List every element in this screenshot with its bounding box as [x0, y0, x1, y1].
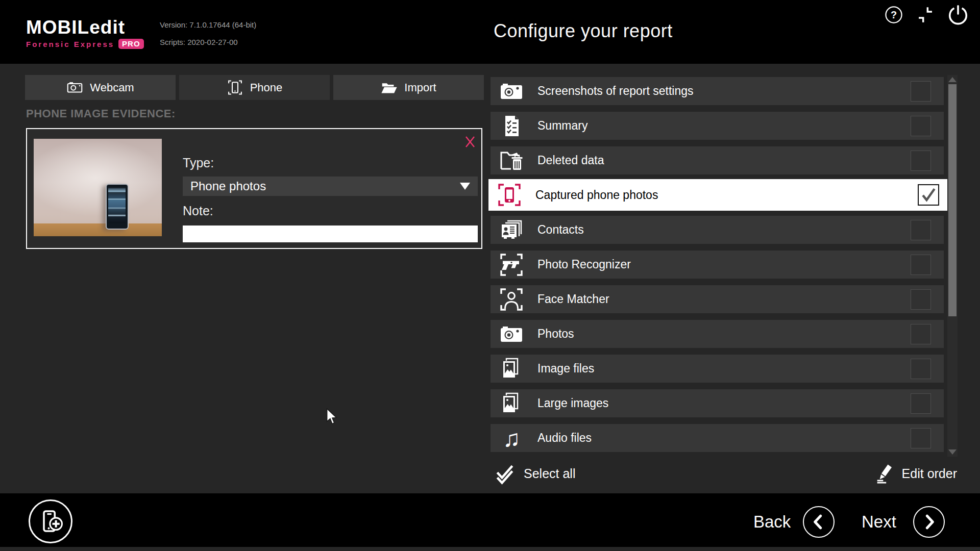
type-dropdown[interactable]: Phone photos [183, 177, 478, 196]
report-item-row[interactable]: Photos [491, 320, 944, 348]
app-window: MOBILedit Forensic Express PRO Version: … [0, 0, 980, 551]
report-list: Screenshots of report settingsSummaryDel… [491, 77, 944, 459]
bottom-edge-strip [0, 547, 980, 551]
next-button-label[interactable]: Next [862, 512, 896, 532]
footer-bar: Back Next [0, 493, 980, 547]
photo-phone-screen [108, 188, 126, 223]
report-item-checkbox[interactable] [911, 289, 931, 310]
summary-icon [499, 114, 524, 138]
evidence-photo-thumbnail [34, 139, 162, 236]
report-item-label: Deleted data [537, 154, 604, 167]
tab-label: Webcam [90, 81, 134, 94]
note-label: Note: [183, 204, 213, 218]
report-item-row[interactable]: Photo Recognizer [491, 251, 944, 279]
evidence-section-title: PHONE IMAGE EVIDENCE: [26, 107, 176, 120]
photo-phone [106, 184, 129, 230]
report-item-row[interactable]: Image files [491, 355, 944, 383]
image-files-icon [499, 357, 524, 381]
captured-phone-icon [497, 183, 522, 207]
chevron-down-icon [460, 183, 470, 190]
help-icon[interactable]: ? [884, 5, 903, 24]
type-dropdown-value: Phone photos [190, 179, 266, 193]
page-title: Configure your report [494, 20, 673, 42]
report-item-label: Photos [537, 327, 574, 341]
svg-text:?: ? [891, 9, 897, 20]
add-phone-icon [37, 508, 64, 535]
version-line: Version: 7.1.0.17644 (64-bit) [160, 20, 256, 29]
photo-floor [34, 223, 162, 236]
report-item-label: Photo Recognizer [537, 258, 631, 271]
scrollbar-thumb[interactable] [948, 84, 957, 316]
power-icon[interactable] [947, 4, 969, 26]
pencil-list-icon [874, 462, 894, 485]
webcam-icon [66, 79, 83, 96]
select-all-button[interactable]: Select all [495, 462, 575, 485]
report-item-row[interactable]: Captured phone photos [488, 179, 947, 211]
tab-label: Import [404, 81, 436, 94]
report-item-checkbox[interactable] [911, 428, 931, 448]
back-button[interactable] [803, 506, 835, 538]
tab-phone[interactable]: Phone [179, 75, 330, 100]
camera-icon [499, 79, 524, 104]
report-item-label: Face Matcher [537, 292, 609, 306]
report-item-label: Image files [537, 362, 594, 375]
report-item-row[interactable]: Deleted data [491, 146, 944, 174]
report-item-row[interactable]: Summary [491, 112, 944, 140]
logo-title: MOBILedit [26, 17, 144, 38]
tab-import[interactable]: Import [333, 75, 484, 100]
pro-badge: PRO [118, 39, 144, 49]
type-label: Type: [183, 156, 214, 170]
report-item-row[interactable]: Large images [491, 389, 944, 417]
select-all-label: Select all [524, 466, 575, 481]
report-item-label: Audio files [537, 431, 592, 445]
report-item-label: Screenshots of report settings [537, 84, 694, 98]
phone-capture-outline-icon [227, 79, 243, 96]
report-item-label: Summary [537, 119, 587, 133]
camera-icon [499, 322, 524, 346]
header-bar: MOBILedit Forensic Express PRO Version: … [0, 0, 980, 64]
report-item-checkbox[interactable] [911, 393, 931, 414]
gun-capture-icon [499, 253, 524, 277]
scroll-down-icon[interactable] [948, 449, 957, 455]
restore-window-icon[interactable] [916, 5, 935, 24]
report-item-row[interactable]: ♫Audio files [491, 424, 944, 452]
back-button-label[interactable]: Back [753, 512, 791, 532]
scripts-line: Scripts: 2020-02-27-00 [160, 38, 256, 46]
report-item-checkbox[interactable] [911, 324, 931, 344]
report-item-row[interactable]: Screenshots of report settings [491, 77, 944, 105]
report-item-label: Large images [537, 396, 608, 410]
report-item-checkbox[interactable] [911, 151, 931, 171]
chevron-right-icon [919, 512, 939, 532]
report-item-checkbox[interactable] [911, 359, 931, 379]
report-item-row[interactable]: Contacts [491, 216, 944, 244]
deleted-data-icon [499, 148, 524, 173]
note-input[interactable] [183, 226, 478, 242]
close-icon[interactable] [464, 135, 476, 148]
report-item-checkbox[interactable] [911, 255, 931, 275]
add-phone-button[interactable] [29, 499, 72, 543]
tab-webcam[interactable]: Webcam [25, 75, 176, 100]
mouse-cursor [326, 408, 340, 428]
chevron-left-icon [808, 512, 829, 532]
report-item-checkbox[interactable] [911, 116, 931, 136]
version-info: Version: 7.1.0.17644 (64-bit) Scripts: 2… [160, 20, 256, 55]
report-item-label: Contacts [537, 223, 584, 237]
scroll-up-icon[interactable] [948, 77, 957, 82]
source-tabs: WebcamPhoneImport [25, 75, 484, 100]
double-check-icon [495, 462, 515, 485]
app-logo: MOBILedit Forensic Express PRO [26, 17, 144, 49]
next-button[interactable] [913, 506, 945, 538]
face-capture-icon [499, 287, 524, 312]
edit-order-label: Edit order [902, 466, 957, 481]
contacts-icon [499, 218, 524, 242]
folder-open-icon [381, 79, 398, 96]
report-item-label: Captured phone photos [535, 188, 658, 202]
report-item-checkbox[interactable] [911, 220, 931, 240]
list-scrollbar[interactable] [947, 75, 958, 457]
report-item-checkbox[interactable] [911, 81, 931, 102]
report-item-row[interactable]: Face Matcher [491, 285, 944, 313]
report-item-checkbox[interactable] [918, 184, 939, 206]
image-files-icon [499, 391, 524, 416]
tab-label: Phone [250, 81, 283, 94]
edit-order-button[interactable]: Edit order [874, 462, 957, 485]
